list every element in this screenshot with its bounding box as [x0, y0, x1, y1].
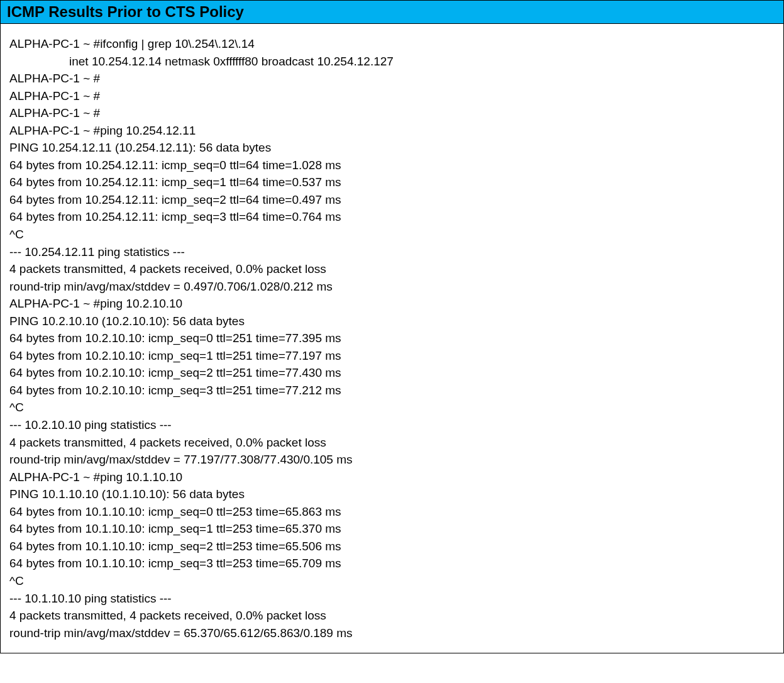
- terminal-line: ALPHA-PC-1 ~ #ping 10.2.10.10: [9, 295, 775, 313]
- terminal-line: ALPHA-PC-1 ~ #ping 10.1.10.10: [9, 469, 775, 486]
- terminal-line: ALPHA-PC-1 ~ #ping 10.254.12.11: [9, 122, 775, 140]
- terminal-line: ALPHA-PC-1 ~ #: [9, 104, 775, 122]
- terminal-line: 4 packets transmitted, 4 packets receive…: [9, 260, 775, 278]
- terminal-line: --- 10.2.10.10 ping statistics ---: [9, 416, 775, 434]
- terminal-line: ^C: [9, 226, 775, 243]
- terminal-line: 64 bytes from 10.2.10.10: icmp_seq=0 ttl…: [9, 330, 775, 347]
- terminal-line: 64 bytes from 10.2.10.10: icmp_seq=3 ttl…: [9, 382, 775, 399]
- terminal-line: 64 bytes from 10.1.10.10: icmp_seq=0 ttl…: [9, 503, 775, 521]
- terminal-line: round-trip min/avg/max/stddev = 77.197/7…: [9, 451, 775, 469]
- terminal-line: round-trip min/avg/max/stddev = 0.497/0.…: [9, 278, 775, 296]
- terminal-line: 64 bytes from 10.2.10.10: icmp_seq=2 ttl…: [9, 364, 775, 382]
- terminal-line: ^C: [9, 399, 775, 416]
- terminal-line: 64 bytes from 10.254.12.11: icmp_seq=3 t…: [9, 208, 775, 226]
- terminal-line: round-trip min/avg/max/stddev = 65.370/6…: [9, 625, 775, 642]
- terminal-line: 64 bytes from 10.2.10.10: icmp_seq=1 ttl…: [9, 347, 775, 365]
- terminal-line: PING 10.2.10.10 (10.2.10.10): 56 data by…: [9, 313, 775, 330]
- terminal-line: 4 packets transmitted, 4 packets receive…: [9, 607, 775, 625]
- terminal-line: ALPHA-PC-1 ~ #: [9, 87, 775, 105]
- header-bar: ICMP Results Prior to CTS Policy: [1, 1, 783, 24]
- terminal-line: --- 10.254.12.11 ping statistics ---: [9, 243, 775, 261]
- terminal-line: ALPHA-PC-1 ~ #ifconfig | grep 10\.254\.1…: [9, 35, 775, 53]
- page-title: ICMP Results Prior to CTS Policy: [7, 3, 777, 21]
- terminal-line: inet 10.254.12.14 netmask 0xffffff80 bro…: [9, 53, 775, 70]
- terminal-line: 64 bytes from 10.254.12.11: icmp_seq=2 t…: [9, 191, 775, 209]
- terminal-line: PING 10.1.10.10 (10.1.10.10): 56 data by…: [9, 486, 775, 503]
- terminal-line: PING 10.254.12.11 (10.254.12.11): 56 dat…: [9, 139, 775, 157]
- terminal-line: 64 bytes from 10.1.10.10: icmp_seq=3 ttl…: [9, 555, 775, 572]
- terminal-output: ALPHA-PC-1 ~ #ifconfig | grep 10\.254\.1…: [1, 24, 783, 653]
- terminal-line: 64 bytes from 10.1.10.10: icmp_seq=2 ttl…: [9, 538, 775, 555]
- terminal-line: --- 10.1.10.10 ping statistics ---: [9, 590, 775, 608]
- terminal-line: ^C: [9, 572, 775, 590]
- terminal-line: 64 bytes from 10.1.10.10: icmp_seq=1 ttl…: [9, 520, 775, 538]
- terminal-line: ALPHA-PC-1 ~ #: [9, 70, 775, 87]
- terminal-line: 64 bytes from 10.254.12.11: icmp_seq=0 t…: [9, 157, 775, 174]
- document-container: ICMP Results Prior to CTS Policy ALPHA-P…: [0, 0, 784, 653]
- terminal-line: 64 bytes from 10.254.12.11: icmp_seq=1 t…: [9, 174, 775, 191]
- terminal-line: 4 packets transmitted, 4 packets receive…: [9, 434, 775, 452]
